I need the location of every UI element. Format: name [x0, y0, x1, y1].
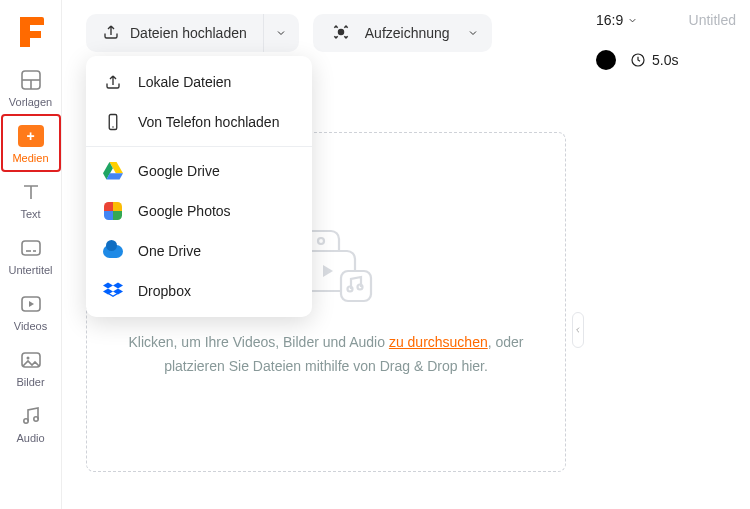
sidebar-item-label: Vorlagen: [9, 96, 52, 108]
toolbar: Dateien hochladen Aufzeichnung: [86, 14, 566, 52]
folder-plus-icon: [18, 123, 44, 149]
sidebar-item-media[interactable]: Medien: [3, 116, 59, 170]
subtitles-icon: [18, 235, 44, 261]
scene-duration[interactable]: 5.0s: [630, 52, 678, 68]
upload-button-main[interactable]: Dateien hochladen: [86, 14, 263, 52]
clock-icon: [630, 52, 646, 68]
svg-point-10: [23, 418, 27, 422]
project-title[interactable]: Untitled: [689, 12, 736, 28]
video-icon: [18, 291, 44, 317]
sidebar-item-videos[interactable]: Videos: [3, 284, 59, 338]
menu-item-label: Google Drive: [138, 163, 220, 179]
scene-thumbnail[interactable]: [596, 50, 616, 70]
chevron-down-icon: [627, 15, 638, 26]
google-photos-icon: [102, 200, 124, 222]
record-icon: [331, 22, 351, 45]
menu-item-label: Von Telefon hochladen: [138, 114, 279, 130]
browse-link[interactable]: zu durchsuchen: [389, 334, 488, 350]
google-drive-icon: [102, 160, 124, 182]
upload-menu: Lokale Dateien Von Telefon hochladen Goo…: [86, 56, 312, 317]
templates-icon: [18, 67, 44, 93]
sidebar-item-templates[interactable]: Vorlagen: [3, 60, 59, 114]
duration-value: 5.0s: [652, 52, 678, 68]
upload-icon: [102, 23, 120, 44]
right-panel: 16:9 Untitled 5.0s: [582, 0, 750, 509]
menu-item-google-drive[interactable]: Google Drive: [86, 151, 312, 191]
sidebar-item-label: Medien: [12, 152, 48, 164]
svg-point-14: [112, 126, 114, 128]
chevron-down-icon: [275, 27, 287, 39]
svg-rect-4: [22, 241, 40, 255]
menu-item-from-phone[interactable]: Von Telefon hochladen: [86, 102, 312, 142]
menu-item-dropbox[interactable]: Dropbox: [86, 271, 312, 311]
dropzone-text-before: Klicken, um Ihre Videos, Bilder und Audi…: [128, 334, 388, 350]
sidebar-item-label: Text: [20, 208, 40, 220]
phone-icon: [102, 111, 124, 133]
app-logo: [7, 6, 55, 54]
sidebar-item-label: Audio: [16, 432, 44, 444]
record-button[interactable]: Aufzeichnung: [313, 14, 492, 52]
upload-icon: [102, 71, 124, 93]
sidebar-item-audio[interactable]: Audio: [3, 396, 59, 450]
panel-collapse-handle[interactable]: [572, 312, 584, 348]
upload-button-caret[interactable]: [263, 14, 299, 52]
svg-point-9: [26, 356, 29, 359]
sidebar-item-text[interactable]: Text: [3, 172, 59, 226]
svg-point-16: [318, 238, 324, 244]
chevron-left-icon: [574, 324, 582, 336]
svg-rect-0: [12, 11, 50, 49]
aspect-ratio-value: 16:9: [596, 12, 623, 28]
menu-separator: [86, 146, 312, 147]
svg-rect-18: [341, 271, 371, 301]
aspect-ratio-selector[interactable]: 16:9: [596, 12, 638, 28]
sidebar-item-images[interactable]: Bilder: [3, 340, 59, 394]
chevron-down-icon: [464, 27, 482, 39]
image-icon: [18, 347, 44, 373]
sidebar-item-subtitles[interactable]: Untertitel: [3, 228, 59, 282]
center-panel: Dateien hochladen Aufzeichnung: [62, 0, 582, 509]
upload-button[interactable]: Dateien hochladen: [86, 14, 299, 52]
svg-point-11: [33, 416, 37, 420]
sidebar-item-label: Bilder: [16, 376, 44, 388]
menu-item-label: Lokale Dateien: [138, 74, 231, 90]
sidebar: Vorlagen Medien Text Untertitel V: [0, 0, 62, 509]
onedrive-icon: [102, 240, 124, 262]
dropzone-text: Klicken, um Ihre Videos, Bilder und Audi…: [127, 331, 525, 379]
menu-item-label: Dropbox: [138, 283, 191, 299]
dropbox-icon: [102, 280, 124, 302]
menu-item-label: Google Photos: [138, 203, 231, 219]
audio-icon: [18, 403, 44, 429]
record-button-label: Aufzeichnung: [365, 25, 450, 41]
menu-item-label: One Drive: [138, 243, 201, 259]
menu-item-local-files[interactable]: Lokale Dateien: [86, 62, 312, 102]
sidebar-item-label: Untertitel: [8, 264, 52, 276]
svg-point-12: [338, 29, 343, 34]
menu-item-onedrive[interactable]: One Drive: [86, 231, 312, 271]
text-icon: [18, 179, 44, 205]
sidebar-item-label: Videos: [14, 320, 47, 332]
upload-button-label: Dateien hochladen: [130, 25, 247, 41]
menu-item-google-photos[interactable]: Google Photos: [86, 191, 312, 231]
